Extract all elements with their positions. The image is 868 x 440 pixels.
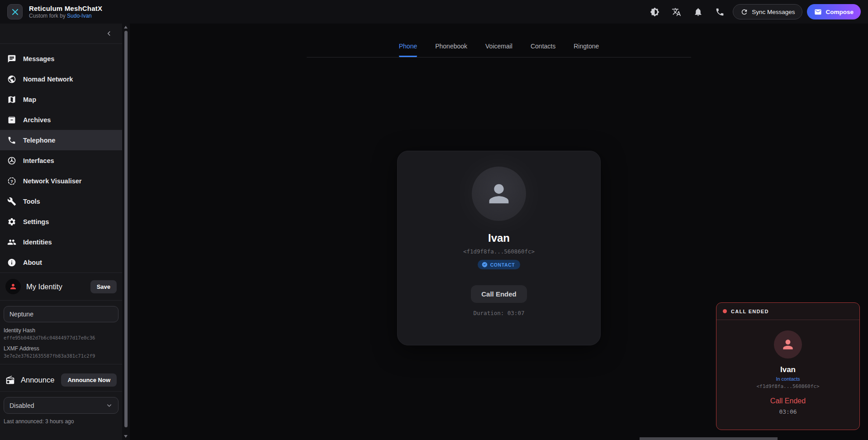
person-icon [781, 337, 795, 352]
announce-row: Announce Announce Now [0, 369, 122, 391]
avatar [472, 167, 526, 221]
sidebar: Messages Nomad Network Map Archives Tele… [0, 24, 122, 440]
sidebar-item-label: Interfaces [23, 157, 54, 164]
identity-hash-value: effe95b0482d7b6c04844977d17e0c36 [4, 335, 119, 340]
announce-now-button[interactable]: Announce Now [61, 373, 117, 387]
last-announced-text: Last announced: 3 hours ago [0, 416, 122, 425]
header-actions: Sync Messages Compose [646, 3, 861, 20]
chat-icon [7, 54, 16, 63]
caller-hash: <f1d9f8fa...560860fc> [756, 383, 819, 389]
sidebar-item-telephone[interactable]: Telephone [0, 130, 122, 150]
app-subtitle: Custom fork by Sudo-Ivan [29, 13, 102, 19]
identity-hash-block: Identity Hash effe95b0482d7b6c04844977d1… [0, 322, 122, 340]
call-card: Ivan <f1d9f8fa...560860fc> CONTACT Call … [397, 151, 601, 345]
sidebar-nav: Messages Nomad Network Map Archives Tele… [0, 44, 122, 273]
identity-name-input[interactable] [4, 306, 119, 322]
collapse-sidebar-button[interactable] [103, 28, 115, 39]
app-logo[interactable] [7, 4, 23, 19]
divider [0, 300, 122, 301]
caller-hash: <f1d9f8fa...560860fc> [463, 248, 535, 255]
caller-name: Ivan [780, 365, 796, 374]
sidebar-item-label: Archives [23, 116, 51, 124]
tab-phonebook[interactable]: Phonebook [435, 43, 467, 57]
sidebar-item-label: Messages [23, 55, 54, 62]
save-button[interactable]: Save [90, 280, 117, 293]
horizontal-scrollbar-thumb[interactable] [640, 437, 778, 440]
my-identity-title: My Identity [26, 282, 62, 291]
bell-icon [693, 7, 703, 17]
app-title: Reticulum MeshChatX [29, 5, 102, 12]
call-status-text: Call Ended [770, 397, 806, 405]
identity-hash-label: Identity Hash [4, 327, 119, 334]
announce-interval-value: Disabled [9, 402, 34, 409]
call-duration: Duration: 03:07 [474, 310, 525, 316]
mail-icon [814, 8, 822, 16]
lxmf-address-value: 3e7e2e37621635587fb83a381c71c2f9 [4, 353, 119, 359]
x-logo-icon [11, 8, 19, 16]
avatar [774, 330, 802, 359]
sidebar-scrollbar[interactable] [122, 24, 130, 440]
divider [0, 391, 122, 392]
sidebar-collapse-row [0, 24, 122, 44]
popup-title: CALL ENDED [731, 309, 769, 314]
call-duration: 03:06 [779, 408, 797, 415]
title-block: Reticulum MeshChatX Custom fork by Sudo-… [29, 5, 102, 19]
sidebar-item-about[interactable]: About [0, 252, 122, 273]
info-icon [7, 258, 16, 267]
refresh-icon [740, 8, 748, 16]
avatar [5, 279, 21, 294]
app-header: Reticulum MeshChatX Custom fork by Sudo-… [0, 0, 868, 24]
telephone-header-button[interactable] [711, 3, 728, 20]
sync-messages-label: Sync Messages [752, 9, 795, 15]
tab-contacts[interactable]: Contacts [531, 43, 555, 57]
sidebar-item-label: Map [23, 96, 36, 103]
tab-voicemail[interactable]: Voicemail [485, 43, 512, 57]
archive-icon [7, 115, 16, 124]
wrench-icon [7, 197, 16, 206]
tab-ringtone[interactable]: Ringtone [574, 43, 599, 57]
phone-icon [715, 7, 725, 17]
compose-button[interactable]: Compose [807, 4, 861, 19]
theme-toggle-button[interactable] [646, 3, 663, 20]
sidebar-item-settings[interactable]: Settings [0, 211, 122, 232]
subtitle-prefix: Custom fork by [29, 13, 67, 19]
popup-header: CALL ENDED [716, 303, 859, 320]
lxmf-address-block: LXMF Address 3e7e2e37621635587fb83a381c7… [0, 340, 122, 359]
sidebar-item-network-visualiser[interactable]: ? Network Visualiser [0, 171, 122, 191]
chevron-down-icon [106, 402, 113, 409]
in-contacts-note: In contacts [776, 376, 800, 382]
sidebar-item-interfaces[interactable]: Interfaces [0, 150, 122, 171]
sidebar-item-label: About [23, 259, 42, 266]
popup-body: Ivan In contacts <f1d9f8fa...560860fc> C… [716, 320, 859, 415]
people-icon [7, 238, 16, 247]
notifications-button[interactable] [689, 3, 707, 20]
sidebar-item-label: Nomad Network [23, 76, 73, 83]
call-status-pill: Call Ended [471, 285, 527, 303]
sync-messages-button[interactable]: Sync Messages [733, 4, 802, 19]
sidebar-item-archives[interactable]: Archives [0, 110, 122, 130]
sidebar-item-messages[interactable]: Messages [0, 48, 122, 69]
call-ended-popup[interactable]: CALL ENDED Ivan In contacts <f1d9f8fa...… [716, 302, 860, 430]
verified-check-icon [482, 262, 488, 268]
author-link[interactable]: Sudo-Ivan [67, 13, 92, 19]
tab-phone[interactable]: Phone [399, 43, 417, 57]
sidebar-item-label: Identities [23, 239, 52, 246]
telephone-tabs: Phone Phonebook Voicemail Contacts Ringt… [130, 43, 868, 57]
map-icon [7, 95, 16, 104]
sidebar-item-nomad-network[interactable]: Nomad Network [0, 69, 122, 89]
hub-icon [7, 156, 16, 165]
sidebar-item-tools[interactable]: Tools [0, 191, 122, 211]
scrollbar-thumb[interactable] [124, 31, 128, 427]
chevron-left-icon [105, 30, 113, 37]
translate-icon [672, 7, 681, 17]
announce-interval-select[interactable]: Disabled [4, 397, 119, 414]
scroll-down-arrow-icon[interactable] [124, 435, 128, 438]
brightness-icon [650, 7, 659, 17]
sidebar-item-map[interactable]: Map [0, 89, 122, 110]
divider [0, 364, 122, 364]
language-button[interactable] [668, 3, 685, 20]
sidebar-item-label: Network Visualiser [23, 177, 82, 185]
sidebar-item-identities[interactable]: Identities [0, 232, 122, 252]
person-icon [484, 179, 513, 208]
scroll-up-arrow-icon[interactable] [124, 26, 128, 29]
